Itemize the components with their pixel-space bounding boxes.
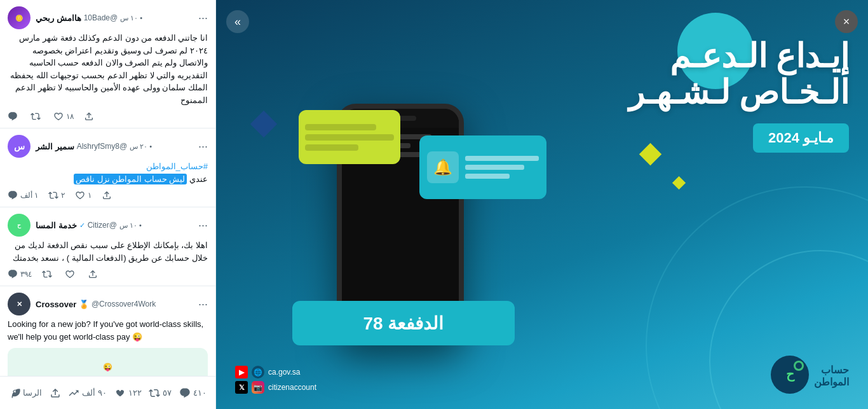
notif-line <box>465 156 539 161</box>
avatar: 🪙 <box>8 6 31 29</box>
retweet-stat: ٥٧ <box>149 387 172 399</box>
date-badge: مـايـو 2024 <box>753 123 849 153</box>
notif-line <box>305 124 376 130</box>
tweet-header: ··· سمير الشر @AlshryfSmy8 • ٢٠ س س <box>8 135 208 158</box>
tweet-handle: @Citizer <box>88 221 117 230</box>
logo-text: حساب المواطن <box>814 364 849 388</box>
website-url: ca.gov.sa <box>268 368 300 377</box>
tweet-body: #حساب_المواطن عندي ليش حساب المواطن نزل … <box>8 160 208 185</box>
avatar: ✕ <box>8 293 31 315</box>
tweet-handle: @Crossover4Work <box>92 300 156 308</box>
main-title-line2: الـخـاص لـشـهـر <box>628 74 849 111</box>
tweet-username-row: خدمة المسا ✓ @Citizer • ١٠ س <box>36 221 193 230</box>
x-icon: 𝕏 <box>235 381 248 394</box>
compose-button[interactable]: الرسا <box>9 387 42 399</box>
share-button[interactable] <box>50 387 61 399</box>
close-button[interactable]: × <box>835 10 858 33</box>
main-title: إيـداع الـدعـم الـخـاص لـشـهـر <box>628 38 849 111</box>
social-row-2: 𝕏 📷 citizenaccount <box>235 381 316 394</box>
tweet-options-button[interactable]: ··· <box>198 298 208 311</box>
tweet-meta: خدمة المسا ✓ @Citizer • ١٠ س <box>36 221 193 230</box>
chart-stat-value: ٩٠ ألف <box>82 388 107 398</box>
tweet-like-button[interactable]: ١ <box>75 190 92 200</box>
svg-text:ح: ح <box>17 222 22 229</box>
back-button[interactable]: « <box>226 10 249 33</box>
title-area: إيـداع الـدعـم الـخـاص لـشـهـر مـايـو 20… <box>628 38 849 153</box>
logo-icon: ح <box>771 356 809 396</box>
compose-label: الرسا <box>23 388 42 398</box>
logo-text-line2: المواطن <box>814 376 849 388</box>
tweet-like-button[interactable]: ١٨ <box>53 111 74 121</box>
tweet-meta: هاامش ربحي @10Bade • ١٠ س <box>36 13 193 23</box>
tweet-body: اهلا بك، بإمكانك الإطلاع على سبب نقص الد… <box>8 239 208 264</box>
tweet-item: ··· سمير الشر @AlshryfSmy8 • ٢٠ س س #حسا… <box>0 128 215 207</box>
tweet-handle: @10Bade <box>84 13 118 22</box>
tweet-like-button[interactable] <box>65 269 78 279</box>
like-stat-value: ١٢٢ <box>128 388 142 398</box>
tweet-meta: Crossover 🏅 @Crossover4Work <box>36 300 193 309</box>
tweet-actions: ١٨ <box>8 111 208 121</box>
tweet-body: Looking for a new job? If you've got wor… <box>8 318 208 343</box>
youtube-icon: ▶ <box>235 366 248 378</box>
tweet-reply-button[interactable] <box>8 111 20 121</box>
tweet-share-button[interactable] <box>102 190 112 200</box>
avatar: س <box>8 135 31 158</box>
logo-text-line1: حساب <box>814 364 849 376</box>
tweet-display-name: Crossover 🏅 <box>36 300 89 309</box>
instagram-icon: 📷 <box>252 381 264 394</box>
tweet-share-button[interactable] <box>88 269 98 279</box>
tweet-display-name: سمير الشر <box>36 142 74 151</box>
promo-panel: « × إيـداع الـدعـم الـخـاص لـشـهـر مـايـ… <box>216 0 868 409</box>
tweet-highlighted-text: ليش حساب المواطن نزل ناقص <box>74 174 187 184</box>
tweet-header: ··· خدمة المسا ✓ @Citizer • ١٠ س ح <box>8 214 208 237</box>
chart-stat: ٩٠ ألف <box>68 387 107 399</box>
tweet-time: • ٢٠ س <box>130 142 152 151</box>
tweet-options-button[interactable]: ··· <box>198 219 208 232</box>
comment-stat-value: ٤١٠ <box>193 388 207 398</box>
social-handle: citizenaccount <box>268 383 316 392</box>
notif-line <box>465 174 510 179</box>
tweet-share-button[interactable] <box>84 111 94 121</box>
tweet-username-row: سمير الشر @AlshryfSmy8 • ٢٠ س <box>36 142 193 151</box>
tweet-retweet-button[interactable] <box>42 269 55 279</box>
bottom-action-bar: الرسا ٩٠ ألف ١٢٢ ٥٧ ٤١٠ <box>0 376 215 409</box>
notif-line <box>305 144 358 151</box>
tweet-retweet-button[interactable] <box>31 111 43 121</box>
tweet-username-row: هاامش ربحي @10Bade • ١٠ س <box>36 13 193 23</box>
main-title-line1: إيـداع الـدعـم <box>628 38 849 74</box>
bell-icon: 🔔 <box>427 151 459 183</box>
payment-banner: الدففعة 78 <box>292 301 515 345</box>
notif-lines <box>465 156 539 179</box>
notification-blue: 🔔 <box>419 135 546 199</box>
retweet-stat-value: ٥٧ <box>163 388 172 398</box>
tweet-options-button[interactable]: ··· <box>198 11 208 25</box>
tweet-list: ··· هاامش ربحي @10Bade • ١٠ س 🪙 انا جاتن… <box>0 0 215 376</box>
tweet-item: ··· هاامش ربحي @10Bade • ١٠ س 🪙 انا جاتن… <box>0 0 215 128</box>
notif-line <box>305 134 394 141</box>
tweet-display-name: خدمة المسا <box>36 221 77 230</box>
tweet-header: ··· هاامش ربحي @10Bade • ١٠ س 🪙 <box>8 6 208 29</box>
tweet-options-button[interactable]: ··· <box>198 140 208 153</box>
svg-point-5 <box>796 363 802 369</box>
social-links-area: ▶ 🌐 ca.gov.sa 𝕏 📷 citizenaccount <box>235 366 316 396</box>
tweet-body-before: عندي <box>189 174 208 184</box>
avatar: ح <box>8 214 31 237</box>
website-icon: 🌐 <box>252 366 264 378</box>
tweet-actions: ١ ألف ٢ ١ <box>8 190 208 200</box>
tweet-hashtag-link[interactable]: #حساب_المواطن <box>146 162 208 171</box>
svg-text:ح: ح <box>786 367 795 382</box>
tweet-time: • ١٠ س <box>120 14 142 22</box>
tweet-reply-button[interactable]: ١ ألف <box>8 190 38 200</box>
tweet-retweet-button[interactable]: ٢ <box>48 190 65 200</box>
like-stat: ١٢٢ <box>114 387 142 399</box>
twitter-feed-panel: ··· هاامش ربحي @10Bade • ١٠ س 🪙 انا جاتن… <box>0 0 216 409</box>
payment-number: الدففعة 78 <box>363 313 444 334</box>
tweet-reply-button[interactable]: ٣٩٤ <box>8 269 32 279</box>
tweet-display-name: هاامش ربحي <box>36 13 81 23</box>
notification-green <box>299 110 400 164</box>
tweet-item: ✕ Crossover 🏅 @Crossover4Work ··· Lookin… <box>0 286 215 376</box>
tweet-handle: @AlshryfSmy8 <box>77 142 128 151</box>
tweet-meta: سمير الشر @AlshryfSmy8 • ٢٠ س <box>36 142 193 151</box>
tweet-actions: ٣٩٤ <box>8 269 208 279</box>
tweet-header: ✕ Crossover 🏅 @Crossover4Work ··· <box>8 293 208 315</box>
